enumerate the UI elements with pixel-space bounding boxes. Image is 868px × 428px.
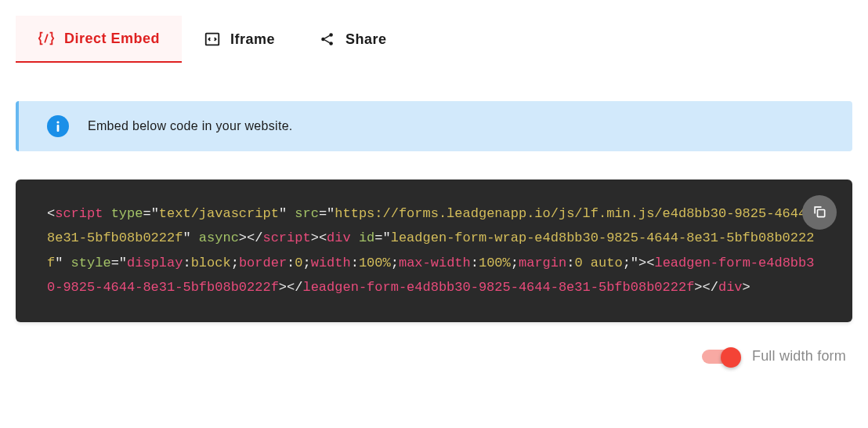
toggle-label: Full width form — [752, 348, 846, 365]
embed-code-snippet[interactable]: <script type="text/javascript" src="http… — [47, 201, 821, 300]
full-width-toggle-row: Full width form — [16, 347, 852, 366]
code-brackets-icon — [38, 30, 55, 47]
info-text: Embed below code in your website. — [88, 119, 293, 133]
code-block-container: <script type="text/javascript" src="http… — [16, 180, 852, 322]
full-width-toggle[interactable] — [702, 347, 741, 366]
tab-label: Direct Embed — [64, 31, 160, 47]
tab-label: Share — [345, 31, 387, 48]
share-icon — [319, 31, 336, 48]
tab-label: Iframe — [230, 31, 275, 48]
svg-point-2 — [329, 33, 333, 37]
tab-direct-embed[interactable]: Direct Embed — [16, 16, 182, 63]
svg-point-1 — [321, 38, 325, 42]
tab-share[interactable]: Share — [297, 16, 409, 63]
info-icon — [47, 115, 69, 137]
svg-rect-6 — [818, 209, 825, 216]
toggle-knob — [721, 347, 741, 368]
copy-button[interactable] — [802, 195, 837, 230]
iframe-icon — [204, 31, 221, 48]
copy-icon — [812, 204, 827, 222]
svg-point-4 — [56, 121, 59, 123]
svg-rect-5 — [57, 125, 60, 132]
info-banner: Embed below code in your website. — [16, 101, 852, 151]
tab-iframe[interactable]: Iframe — [182, 16, 297, 63]
tabs-bar: Direct Embed Iframe Share — [16, 16, 852, 63]
svg-point-3 — [329, 42, 333, 45]
